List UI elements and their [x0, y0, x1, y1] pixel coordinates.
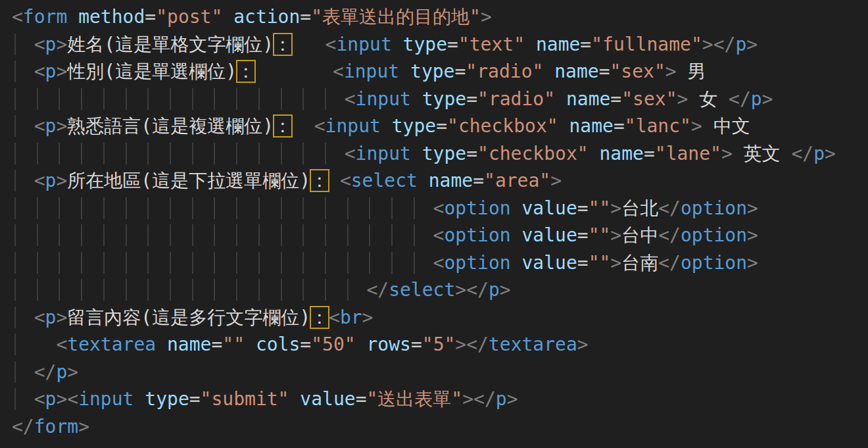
token-string-value: "area": [484, 170, 550, 191]
whitespace: [511, 224, 522, 246]
code-line: <input type="radio" name="sex"> 女 </p>: [12, 86, 868, 113]
whitespace: [289, 388, 300, 410]
token-tag-name: p: [813, 143, 825, 164]
code-line: <p>所在地區(這是下拉選單欄位)： <select name="area">: [12, 167, 868, 195]
token-tag-name: p: [45, 388, 57, 410]
unicode-highlight-colon: ：: [310, 170, 329, 191]
token-attribute-name: name: [599, 143, 643, 164]
whitespace: [733, 143, 744, 164]
unicode-highlight-colon: ：: [274, 115, 292, 137]
indent-guide: [12, 334, 56, 355]
token-tag-name: p: [496, 388, 507, 410]
token-punctuation: >: [665, 61, 677, 82]
token-punctuation: >: [56, 61, 67, 82]
token-equals-sign: =: [577, 252, 589, 274]
token-attribute-name: type: [403, 34, 447, 55]
token-text-content: 台北: [621, 197, 658, 219]
whitespace: [356, 334, 367, 355]
token-string-value: "sex": [621, 88, 677, 110]
token-string-value: "送出表單": [366, 388, 462, 410]
whitespace: [156, 334, 167, 355]
token-string-value: "radio": [477, 88, 555, 110]
token-punctuation: >: [462, 388, 473, 410]
whitespace: [222, 6, 233, 28]
token-punctuation: </: [792, 143, 814, 164]
token-punctuation: >: [677, 88, 688, 110]
token-equals-sign: =: [599, 61, 610, 82]
code-line: <p><input type="submit" value="送出表單"></p…: [12, 386, 868, 413]
token-tag-name: select: [389, 279, 455, 301]
token-text-content: 英文: [744, 143, 781, 164]
token-tag-name: p: [45, 34, 57, 55]
code-editor[interactable]: <form method="post" action="表單送出的目的地"> <…: [0, 0, 868, 448]
token-punctuation: </: [658, 252, 681, 274]
whitespace: [329, 170, 340, 191]
token-punctuation: >: [507, 388, 518, 410]
token-punctuation: >: [747, 252, 758, 274]
token-tag-name: input: [336, 34, 391, 55]
token-string-value: "sex": [610, 61, 665, 82]
token-tag-name: p: [56, 361, 67, 383]
token-equals-sign: =: [577, 197, 589, 219]
token-attribute-name: name: [536, 34, 580, 55]
token-string-value: "lane": [655, 143, 721, 164]
whitespace: [555, 88, 566, 110]
token-punctuation: >: [56, 34, 67, 55]
indent-guide: [12, 307, 34, 328]
whitespace: [717, 88, 729, 110]
indent-guide: [12, 170, 34, 191]
token-equals-sign: =: [436, 115, 447, 137]
token-punctuation: >: [481, 6, 492, 28]
token-equals-sign: =: [580, 34, 591, 55]
token-equals-sign: =: [300, 334, 311, 355]
token-punctuation: >: [362, 307, 374, 328]
token-punctuation: <: [433, 197, 445, 219]
token-tag-name: option: [444, 252, 510, 274]
token-text-content: 中文: [713, 115, 750, 137]
whitespace: [418, 170, 429, 191]
token-punctuation: <: [340, 170, 351, 191]
token-punctuation: <: [345, 88, 356, 110]
whitespace: [392, 34, 403, 55]
token-attribute-name: name: [566, 88, 610, 110]
whitespace: [292, 34, 326, 55]
token-tag-name: option: [681, 224, 747, 246]
token-punctuation: </: [729, 88, 751, 110]
token-punctuation: <: [329, 307, 340, 328]
token-punctuation: >: [500, 279, 511, 301]
token-string-value: "radio": [466, 61, 543, 82]
whitespace: [702, 115, 713, 137]
whitespace: [511, 197, 522, 219]
token-punctuation: <: [67, 388, 78, 410]
token-attribute-name: type: [422, 88, 466, 110]
code-line: <p>姓名(這是單格文字欄位)： <input type="text" name…: [12, 31, 868, 59]
token-tag-name: br: [340, 307, 362, 328]
token-tag-name: select: [351, 170, 418, 191]
token-tag-name: input: [326, 115, 381, 137]
token-punctuation: </: [466, 279, 489, 301]
whitespace: [292, 115, 314, 137]
token-string-value: "post": [156, 6, 222, 28]
token-tag-name: p: [45, 307, 57, 328]
token-equals-sign: =: [356, 388, 367, 410]
code-line: <textarea name="" cols="50" rows="5"></t…: [12, 331, 868, 359]
token-punctuation: >: [67, 361, 78, 383]
token-punctuation: >: [610, 224, 621, 246]
token-attribute-name: value: [300, 388, 355, 410]
whitespace: [677, 61, 688, 82]
token-punctuation: <: [34, 170, 45, 191]
token-equals-sign: =: [454, 61, 466, 82]
token-string-value: "text": [458, 34, 525, 55]
token-text-content: 留言內容(這是多行文字欄位): [67, 307, 310, 328]
token-tag-name: p: [45, 170, 57, 191]
whitespace: [781, 143, 792, 164]
token-attribute-name: value: [521, 197, 577, 219]
token-tag-name: input: [344, 61, 399, 82]
token-attribute-name: value: [521, 224, 577, 246]
token-punctuation: <: [433, 252, 445, 274]
indent-guide: [12, 115, 34, 137]
token-text-content: 所在地區(這是下拉選單欄位): [67, 170, 310, 191]
token-attribute-name: cols: [256, 334, 300, 355]
unicode-highlight-colon: ：: [274, 34, 292, 55]
token-text-content: 性別(這是單選欄位): [67, 61, 237, 82]
